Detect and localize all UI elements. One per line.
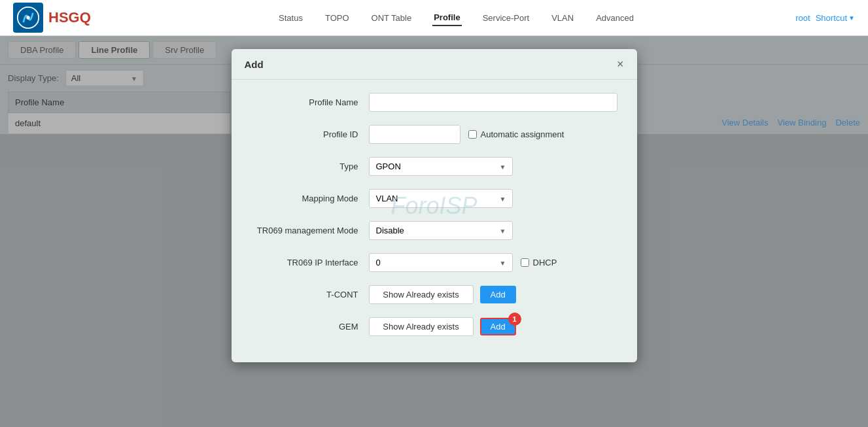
nav-topo[interactable]: TOPO [324, 10, 351, 26]
topbar: HSGQ Status TOPO ONT Table Profile Servi… [0, 0, 868, 36]
modal-close-button[interactable]: × [617, 58, 624, 70]
mapping-mode-select[interactable]: VLAN [369, 189, 513, 208]
nav-profile[interactable]: Profile [432, 10, 461, 26]
shortcut-dropdown-icon: ▼ [848, 14, 855, 22]
nav-status[interactable]: Status [277, 10, 304, 26]
svg-point-1 [26, 16, 29, 19]
dhcp-label[interactable]: DHCP [521, 258, 557, 267]
profile-name-row: Profile Name [251, 93, 617, 112]
gem-show-exists-button[interactable]: Show Already exists [369, 317, 474, 336]
profile-id-label: Profile ID [251, 129, 369, 139]
nav-items: Status TOPO ONT Table Profile Service-Po… [117, 10, 795, 26]
tcont-add-button[interactable]: Add [480, 286, 516, 303]
tr069-ip-select-wrapper: 0 [369, 253, 513, 272]
logo-text: HSGQ [48, 9, 91, 26]
tr069-mode-label: TR069 management Mode [251, 226, 369, 235]
modal-overlay: Add × Profile Name Profile ID Automatic … [0, 36, 868, 427]
profile-id-row: Profile ID Automatic assignment [251, 125, 617, 144]
profile-name-label: Profile Name [251, 97, 369, 107]
nav-ont-table[interactable]: ONT Table [370, 10, 413, 26]
tr069-mode-select[interactable]: Disable [369, 221, 513, 240]
mapping-mode-label: Mapping Mode [251, 194, 369, 203]
modal-title: Add [245, 59, 264, 70]
gem-label: GEM [251, 322, 369, 332]
gem-add-badge-wrapper: Add 1 [480, 318, 516, 335]
tcont-controls: Show Already exists Add [369, 285, 516, 304]
modal: Add × Profile Name Profile ID Automatic … [232, 49, 637, 362]
main-content: DBA Profile Line Profile Srv Profile Dis… [0, 36, 868, 427]
gem-controls: Show Already exists Add 1 [369, 317, 516, 336]
tcont-show-exists-button[interactable]: Show Already exists [369, 285, 474, 304]
profile-id-input[interactable] [369, 125, 460, 144]
profile-name-input[interactable] [369, 93, 617, 112]
tr069-ip-row: TR069 IP Interface 0 DHCP [251, 253, 617, 272]
nav-right: root Shortcut ▼ [795, 13, 855, 23]
logo-area: HSGQ [13, 3, 91, 33]
nav-shortcut[interactable]: Shortcut ▼ [816, 13, 855, 23]
nav-advanced[interactable]: Advanced [595, 10, 635, 26]
mapping-mode-row: Mapping Mode VLAN [251, 189, 617, 208]
tr069-ip-label: TR069 IP Interface [251, 258, 369, 267]
logo-icon [13, 3, 43, 33]
tr069-ip-select[interactable]: 0 [369, 253, 513, 272]
tcont-label: T-CONT [251, 290, 369, 299]
modal-header: Add × [232, 49, 637, 80]
gem-row: GEM Show Already exists Add 1 [251, 317, 617, 336]
dhcp-text: DHCP [533, 258, 557, 267]
type-row: Type GPON [251, 157, 617, 176]
type-select[interactable]: GPON [369, 157, 513, 176]
automatic-assignment-text: Automatic assignment [481, 129, 564, 139]
tcont-row: T-CONT Show Already exists Add [251, 285, 617, 304]
type-select-wrapper: GPON [369, 157, 513, 176]
automatic-assignment-checkbox[interactable] [468, 130, 477, 139]
nav-user: root [795, 13, 810, 23]
tr069-mode-select-wrapper: Disable [369, 221, 513, 240]
nav-service-port[interactable]: Service-Port [481, 10, 531, 26]
dhcp-checkbox[interactable] [521, 258, 529, 267]
automatic-assignment-label[interactable]: Automatic assignment [468, 129, 564, 139]
type-label: Type [251, 162, 369, 171]
tr069-mode-row: TR069 management Mode Disable [251, 221, 617, 240]
nav-vlan[interactable]: VLAN [550, 10, 575, 26]
mapping-mode-select-wrapper: VLAN [369, 189, 513, 208]
gem-badge: 1 [508, 313, 521, 326]
modal-body: Profile Name Profile ID Automatic assign… [232, 80, 637, 362]
